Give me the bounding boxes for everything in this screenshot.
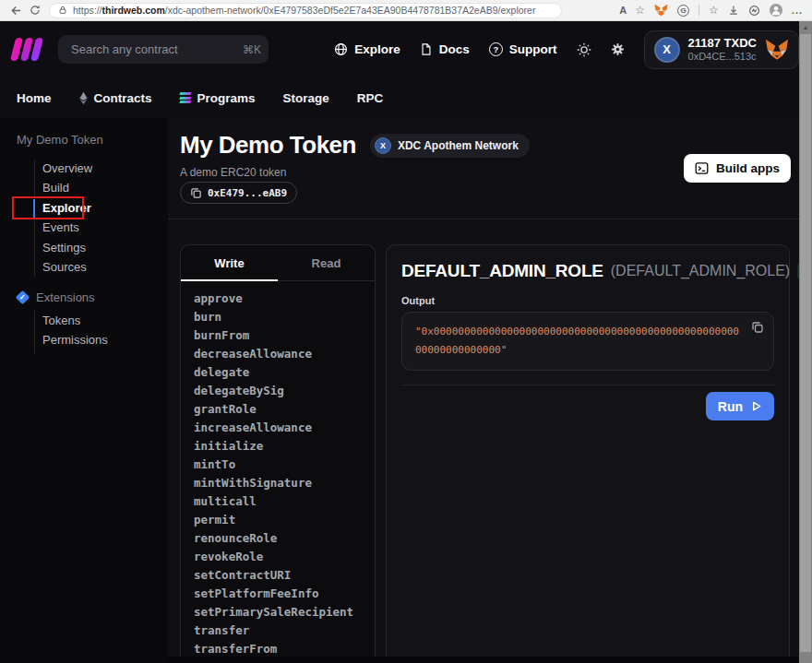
function-item[interactable]: initialize: [194, 437, 375, 456]
favorites-settings-icon[interactable]: ☆: [635, 4, 645, 17]
theme-toggle-sun-icon[interactable]: [577, 42, 591, 57]
sidebar-contract-name: My Demo Token: [17, 133, 103, 147]
contract-address-pill[interactable]: 0xE479...eAB9: [180, 182, 297, 204]
wallet-address: 0xD4CE...513c: [688, 51, 757, 64]
toolbar-divider: [699, 5, 699, 16]
help-icon: ?: [489, 42, 503, 56]
wallet-pill[interactable]: X 21187 TXDC 0xD4CE...513c: [644, 30, 799, 69]
refresh-icon[interactable]: [30, 5, 41, 16]
scrollbar-thumb[interactable]: [800, 34, 811, 652]
function-item[interactable]: mintTo: [194, 456, 375, 474]
extension-g-icon[interactable]: G: [677, 5, 689, 17]
function-item[interactable]: grantRole: [194, 400, 375, 419]
build-apps-button[interactable]: Build apps: [684, 154, 791, 183]
terminal-icon: [695, 161, 709, 175]
sidebar-item-settings[interactable]: Settings: [42, 240, 86, 256]
contract-title: My Demo Token: [180, 131, 356, 160]
function-item[interactable]: decreaseAllowance: [194, 345, 375, 363]
app-header: ⌘K Explore Docs ? Support X 21187: [0, 21, 812, 77]
docs-link[interactable]: Docs: [420, 42, 470, 56]
main-content: My Demo Token X XDC Apothem Network A de…: [168, 118, 812, 663]
scrollbar-up-icon[interactable]: ▲: [799, 23, 812, 32]
play-icon: [750, 400, 762, 412]
function-item[interactable]: approve: [194, 290, 375, 308]
function-item[interactable]: setPrimarySaleRecipient: [194, 603, 375, 622]
function-item[interactable]: transfer: [194, 622, 375, 640]
output-value: "0x0000000000000000000000000000000000000…: [415, 326, 739, 356]
back-icon[interactable]: [9, 5, 21, 17]
function-item[interactable]: revokeRole: [194, 548, 375, 566]
network-badge[interactable]: X XDC Apothem Network: [370, 134, 530, 158]
sidebar-item-events[interactable]: Events: [42, 219, 79, 236]
read-aloud-icon[interactable]: A: [619, 5, 626, 16]
annotation-red-box: [12, 196, 84, 219]
function-item[interactable]: setContractURI: [194, 566, 375, 585]
metamask-extension-icon[interactable]: [654, 4, 668, 17]
url-text: https://thirdweb.com/xdc-apothem-network…: [73, 5, 535, 16]
support-link[interactable]: ? Support: [489, 42, 557, 56]
detail-divider: [401, 385, 774, 385]
output-box: "0x0000000000000000000000000000000000000…: [401, 312, 774, 371]
sidebar-item-overview[interactable]: Overview: [42, 160, 92, 177]
ethereum-icon: [79, 91, 88, 105]
sidebar: My Demo Token Overview Build Explorer Ev…: [0, 118, 168, 663]
address-bar[interactable]: https://thirdweb.com/xdc-apothem-network…: [49, 3, 562, 18]
function-item[interactable]: burn: [194, 308, 375, 326]
function-tabs: Write Read: [181, 245, 375, 281]
function-signature: (DEFAULT_ADMIN_ROLE): [611, 263, 790, 279]
function-item[interactable]: burnFrom: [194, 326, 375, 345]
function-list-panel: Write Read approve burn burnFrom decreas…: [180, 244, 376, 663]
wallet-balance: 21187 TXDC: [688, 36, 757, 51]
function-item[interactable]: setPlatformFeeInfo: [194, 585, 375, 603]
browser-essentials-icon[interactable]: [748, 5, 760, 17]
nav-contracts[interactable]: Contracts: [79, 91, 152, 105]
run-button[interactable]: Run: [706, 392, 774, 420]
globe-icon: [334, 42, 348, 56]
browser-chrome: https://thirdweb.com/xdc-apothem-network…: [0, 0, 812, 21]
tab-write[interactable]: Write: [181, 245, 278, 280]
header-divider: [168, 219, 812, 219]
explore-link[interactable]: Explore: [334, 42, 400, 56]
function-item[interactable]: delegate: [194, 363, 375, 382]
function-item[interactable]: renounceRole: [194, 529, 375, 548]
downloads-icon[interactable]: [728, 5, 739, 16]
sidebar-extensions-header[interactable]: ✓ Extensions: [18, 290, 95, 304]
nav-programs[interactable]: Programs: [180, 91, 256, 105]
copy-icon: [190, 187, 202, 199]
sidebar-item-permissions[interactable]: Permissions: [42, 332, 108, 349]
solana-icon: [180, 92, 191, 103]
function-item[interactable]: transferFrom: [194, 640, 375, 658]
thirdweb-logo[interactable]: [13, 38, 41, 61]
function-item[interactable]: delegateBySig: [194, 382, 375, 400]
favorites-icon[interactable]: ☆: [709, 4, 719, 17]
chain-nav: Home Contracts Programs Storage RPC: [0, 77, 812, 118]
copy-output-icon[interactable]: [751, 321, 764, 334]
search-input[interactable]: [69, 41, 235, 57]
more-menu-icon[interactable]: ...: [792, 5, 803, 16]
sidebar-item-build[interactable]: Build: [42, 180, 69, 196]
sidebar-item-sources[interactable]: Sources: [42, 259, 87, 276]
lock-icon: [58, 6, 67, 15]
nav-rpc[interactable]: RPC: [357, 91, 384, 105]
function-list: approve burn burnFrom decreaseAllowance …: [181, 281, 375, 658]
function-item[interactable]: permit: [194, 511, 375, 529]
contract-description: A demo ERC20 token: [180, 166, 286, 179]
function-item[interactable]: multicall: [194, 492, 375, 511]
page-scrollbar[interactable]: ▲: [799, 21, 812, 663]
nav-storage[interactable]: Storage: [283, 91, 329, 105]
function-detail-panel: DEFAULT_ADMIN_ROLE (DEFAULT_ADMIN_ROLE) …: [386, 244, 790, 663]
xdc-network-icon: X: [654, 37, 680, 63]
profile-avatar[interactable]: [770, 4, 782, 17]
function-item[interactable]: increaseAllowance: [194, 419, 375, 437]
sidebar-item-tokens[interactable]: Tokens: [42, 313, 80, 329]
settings-gear-icon[interactable]: [611, 42, 625, 56]
bottom-edge: [168, 657, 812, 663]
nav-home[interactable]: Home: [17, 91, 52, 105]
contract-search[interactable]: ⌘K: [58, 35, 269, 64]
function-item[interactable]: mintWithSignature: [194, 474, 375, 492]
tab-read[interactable]: Read: [278, 245, 375, 280]
function-name: DEFAULT_ADMIN_ROLE: [401, 261, 603, 281]
document-icon: [420, 42, 433, 56]
search-shortcut: ⌘K: [243, 43, 261, 56]
metamask-wallet-icon: [765, 39, 789, 61]
